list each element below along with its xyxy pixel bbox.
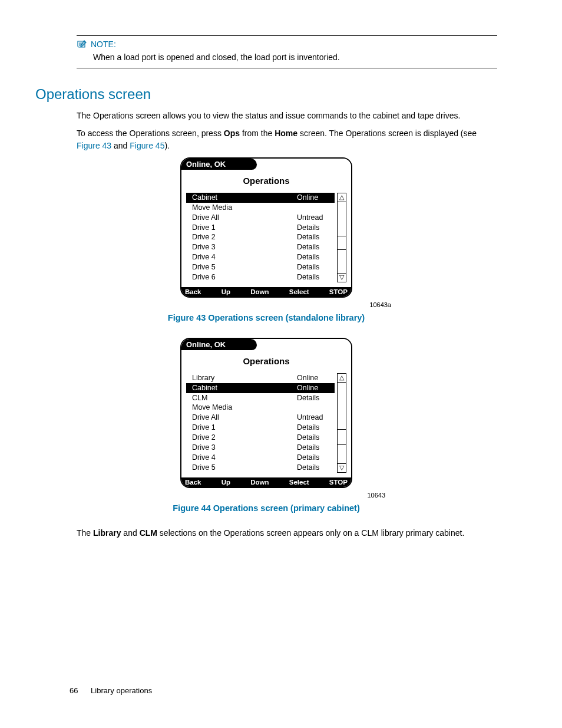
scroll-track[interactable] [337, 383, 346, 463]
stop-button[interactable]: STOP [329, 288, 348, 295]
list-item[interactable]: LibraryOnline [186, 373, 335, 383]
list-item[interactable]: Move Media [186, 403, 335, 413]
list-item[interactable]: Drive 1Details [186, 423, 335, 433]
select-button[interactable]: Select [289, 479, 309, 486]
ocp-panel: Online, OK Operations LibraryOnline Cabi… [180, 338, 352, 488]
scroll-thumb[interactable] [338, 429, 346, 445]
scroll-up-icon[interactable]: △ [337, 193, 346, 202]
ocp-title: Operations [181, 350, 351, 373]
section-title: Operations screen [35, 86, 497, 103]
list-item[interactable]: Drive 6Details [186, 272, 335, 282]
list-item[interactable]: Drive 3Details [186, 242, 335, 252]
note-box: NOTE: When a load port is opened and clo… [77, 35, 497, 68]
scroll-thumb[interactable] [338, 236, 346, 250]
ocp-status: Online, OK [180, 159, 257, 170]
back-button[interactable]: Back [185, 288, 201, 295]
note-heading: NOTE: [77, 39, 497, 49]
back-button[interactable]: Back [185, 479, 201, 486]
list-item[interactable]: Drive 3Details [186, 443, 335, 453]
list-item[interactable]: Drive 2Details [186, 232, 335, 242]
figure-id: 10643 [367, 492, 385, 499]
scroll-down-icon[interactable]: ▽ [337, 463, 346, 473]
link-figure-43[interactable]: Figure 43 [77, 141, 111, 150]
paragraph-1: The Operations screen allows you to view… [77, 110, 497, 121]
ocp-panel: Online, OK Operations CabinetOnline Move… [180, 157, 352, 298]
scroll-down-icon[interactable]: ▽ [337, 273, 346, 282]
paragraph-3: The Library and CLM selections on the Op… [77, 527, 497, 539]
list-item[interactable]: Drive 4Details [186, 453, 335, 463]
figure-44: Online, OK Operations LibraryOnline Cabi… [35, 338, 497, 523]
ocp-list: CabinetOnline Move Media Drive AllUntrea… [186, 193, 335, 282]
figure-caption: Figure 43 Operations screen (standalone … [168, 313, 365, 322]
list-item[interactable]: CabinetOnline [186, 193, 335, 203]
list-item[interactable]: Drive AllUntread [186, 213, 335, 223]
link-figure-45[interactable]: Figure 45 [130, 141, 164, 150]
chapter-title: Library operations [91, 686, 152, 695]
list-item[interactable]: Drive 4Details [186, 252, 335, 262]
list-item[interactable]: Drive AllUntread [186, 413, 335, 423]
scrollbar[interactable]: △ ▽ [337, 373, 346, 473]
ocp-list: LibraryOnline CabinetOnline CLMDetails M… [186, 373, 335, 473]
stop-button[interactable]: STOP [329, 479, 348, 486]
page-footer: 66 Library operations [70, 686, 152, 695]
down-button[interactable]: Down [250, 288, 269, 295]
ocp-button-bar: Back Up Down Select STOP [181, 477, 351, 487]
list-item[interactable]: Drive 5Details [186, 463, 335, 473]
list-item[interactable]: Drive 5Details [186, 262, 335, 272]
page-number: 66 [70, 686, 78, 695]
paragraph-2: To access the Operations screen, press O… [77, 127, 497, 151]
note-icon [77, 39, 87, 49]
note-text: When a load port is opened and closed, t… [77, 49, 497, 62]
ocp-button-bar: Back Up Down Select STOP [181, 287, 351, 297]
list-item[interactable]: Move Media [186, 203, 335, 213]
scroll-track[interactable] [337, 202, 346, 273]
list-item[interactable]: CLMDetails [186, 393, 335, 403]
select-button[interactable]: Select [289, 288, 309, 295]
note-label: NOTE: [91, 39, 116, 49]
ocp-status: Online, OK [180, 339, 257, 350]
list-item[interactable]: CabinetOnline [186, 383, 335, 393]
figure-43: Online, OK Operations CabinetOnline Move… [35, 157, 497, 333]
scrollbar[interactable]: △ ▽ [337, 193, 346, 282]
page: NOTE: When a load port is opened and clo… [0, 0, 562, 728]
figure-caption: Figure 44 Operations screen (primary cab… [173, 503, 360, 513]
down-button[interactable]: Down [250, 479, 269, 486]
scroll-up-icon[interactable]: △ [337, 373, 346, 383]
list-item[interactable]: Drive 1Details [186, 223, 335, 233]
figure-id: 10643a [369, 301, 391, 308]
list-item[interactable]: Drive 2Details [186, 433, 335, 443]
up-button[interactable]: Up [222, 288, 230, 295]
ocp-title: Operations [181, 170, 351, 193]
up-button[interactable]: Up [222, 479, 230, 486]
